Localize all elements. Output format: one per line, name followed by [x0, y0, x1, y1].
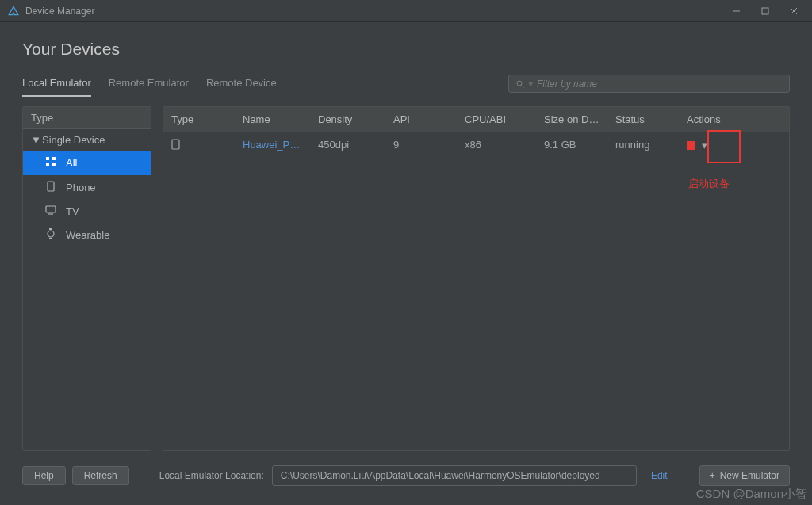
search-divider: ▾ — [528, 78, 534, 90]
svg-rect-14 — [49, 228, 52, 230]
svg-line-5 — [522, 85, 524, 87]
sidebar-group-label: Single Device — [42, 134, 105, 146]
help-button[interactable]: Help — [22, 466, 66, 485]
app-logo-icon — [8, 6, 19, 17]
sidebar-item-label: Phone — [66, 182, 96, 193]
sidebar: Type ▼ Single Device All Phone TV Wearab… — [22, 106, 151, 451]
th-api[interactable]: API — [385, 107, 457, 132]
tab-local-emulator[interactable]: Local Emulator — [22, 77, 91, 97]
all-icon — [45, 156, 56, 170]
search-input[interactable] — [537, 78, 783, 90]
cell-cpu: x86 — [457, 132, 536, 159]
refresh-button[interactable]: Refresh — [72, 466, 129, 485]
svg-rect-11 — [46, 206, 56, 212]
phone-icon — [45, 181, 56, 194]
sidebar-group-single-device[interactable]: ▼ Single Device — [23, 129, 151, 151]
th-cpu[interactable]: CPU/ABI — [457, 107, 536, 132]
tv-icon — [45, 205, 56, 217]
th-type[interactable]: Type — [163, 107, 235, 132]
cell-status: running — [607, 132, 679, 159]
th-status[interactable]: Status — [607, 107, 679, 132]
sidebar-item-phone[interactable]: Phone — [23, 175, 151, 200]
svg-rect-8 — [46, 163, 49, 166]
tabs: Local Emulator Remote Emulator Remote De… — [22, 77, 277, 96]
svg-rect-16 — [172, 140, 179, 149]
table-row[interactable]: Huawei_Ph... 450dpi 9 x86 9.1 GB running… — [163, 132, 789, 159]
close-button[interactable] — [780, 2, 807, 20]
svg-rect-6 — [46, 157, 49, 160]
watermark: CSDN @Damon小智 — [696, 487, 807, 502]
edit-location-link[interactable]: Edit — [651, 470, 668, 481]
svg-rect-1 — [762, 8, 768, 14]
sidebar-item-tv[interactable]: TV — [23, 200, 151, 223]
page-title: Your Devices — [22, 40, 790, 59]
content: Your Devices Local Emulator Remote Emula… — [0, 22, 812, 451]
chevron-down-icon[interactable]: ▾ — [702, 140, 707, 151]
sidebar-header: Type — [23, 107, 151, 129]
th-actions[interactable]: Actions — [679, 107, 789, 132]
body-row: Type ▼ Single Device All Phone TV Wearab… — [22, 106, 790, 451]
annotation-text: 启动设备 — [688, 177, 730, 191]
chevron-down-icon: ▼ — [31, 134, 37, 146]
sidebar-item-label: TV — [66, 205, 79, 217]
footer-left: Help Refresh — [22, 466, 129, 485]
cell-name[interactable]: Huawei_Ph... — [235, 132, 310, 159]
search-icon — [515, 79, 525, 89]
cell-density: 450dpi — [310, 132, 385, 159]
phone-icon — [171, 139, 180, 150]
device-table: Type Name Density API CPU/ABI Size on Di… — [163, 106, 790, 451]
stop-button[interactable] — [687, 141, 695, 150]
tab-remote-device[interactable]: Remote Device — [206, 77, 277, 96]
svg-rect-15 — [49, 238, 52, 239]
sidebar-item-wearable[interactable]: Wearable — [23, 223, 151, 247]
search-field[interactable]: ▾ — [508, 75, 790, 93]
footer: Help Refresh Local Emulator Location: C:… — [22, 465, 790, 486]
cell-api: 9 — [385, 132, 457, 159]
location-label: Local Emulator Location: — [159, 470, 264, 481]
svg-rect-7 — [52, 157, 56, 160]
sidebar-item-all[interactable]: All — [23, 151, 151, 175]
th-name[interactable]: Name — [235, 107, 310, 132]
sidebar-item-label: Wearable — [66, 229, 109, 241]
svg-point-13 — [48, 231, 54, 237]
minimize-button[interactable] — [723, 2, 750, 20]
location-path: C:\Users\Damon.Liu\AppData\Local\Huawei\… — [272, 465, 637, 486]
new-emulator-label: New Emulator — [720, 470, 779, 481]
plus-icon: + — [710, 470, 715, 481]
cell-disk: 9.1 GB — [536, 132, 607, 159]
svg-point-4 — [517, 81, 522, 86]
maximize-button[interactable] — [752, 2, 779, 20]
svg-rect-9 — [52, 163, 56, 166]
svg-rect-10 — [48, 182, 54, 191]
new-emulator-button[interactable]: + New Emulator — [699, 465, 790, 486]
th-density[interactable]: Density — [310, 107, 385, 132]
sidebar-item-label: All — [66, 157, 77, 169]
th-disk[interactable]: Size on Disk — [536, 107, 607, 132]
table-header: Type Name Density API CPU/ABI Size on Di… — [163, 107, 789, 132]
tab-remote-emulator[interactable]: Remote Emulator — [109, 77, 189, 96]
titlebar-left: Device Manager — [8, 6, 94, 17]
titlebar: Device Manager — [0, 0, 812, 22]
window-controls — [723, 2, 807, 20]
tabs-row: Local Emulator Remote Emulator Remote De… — [22, 75, 790, 98]
cell-actions: ▾ — [679, 132, 789, 159]
titlebar-title: Device Manager — [25, 6, 94, 17]
wearable-icon — [45, 228, 56, 242]
cell-type — [163, 132, 235, 159]
